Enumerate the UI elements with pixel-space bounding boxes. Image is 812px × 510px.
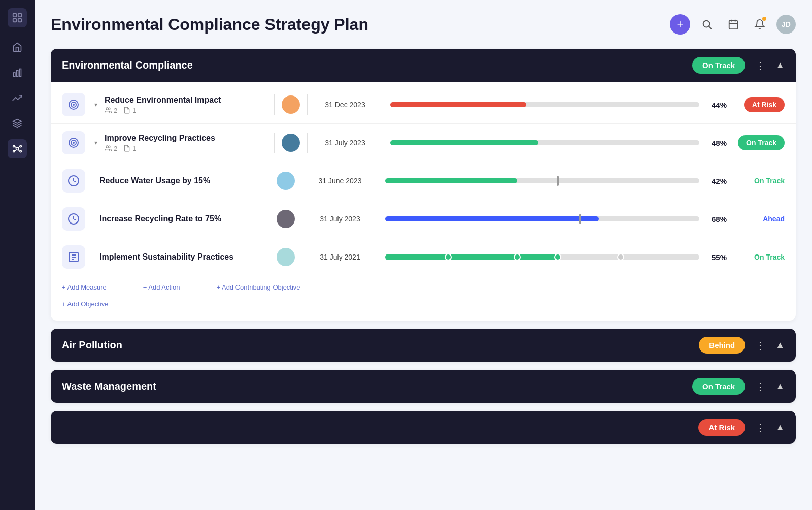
divider	[269, 247, 269, 267]
sidebar-logo[interactable]	[8, 8, 27, 27]
obj-icon-target	[62, 93, 85, 116]
search-button[interactable]	[697, 15, 717, 34]
table-row: Reduce Water Usage by 15% 31 June 2023 4…	[51, 162, 796, 200]
obj1-status-badge: At Risk	[744, 97, 785, 112]
section-header-four: At Risk ⋮ ▲	[51, 411, 796, 444]
notification-button[interactable]	[750, 15, 769, 34]
obj5-status-text: On Track	[754, 253, 785, 261]
obj5-avatar	[277, 248, 295, 266]
obj3-avatar	[277, 172, 295, 190]
add-contributing-link[interactable]: + Add Contributing Objective	[216, 283, 300, 291]
obj2-status: On Track	[734, 138, 785, 147]
section-header-right-env: On Track ⋮ ▲	[692, 57, 785, 74]
obj1-docs: 1	[123, 107, 136, 114]
obj4-fill	[385, 216, 599, 221]
table-row: Increase Recycling Rate to 75% 31 July 2…	[51, 200, 796, 238]
obj1-pct: 44%	[704, 101, 727, 109]
add-links: + Add Measure ———— + Add Action ———— + A…	[51, 276, 796, 295]
svg-point-29	[73, 142, 74, 143]
section-collapse-air[interactable]: ▲	[775, 340, 785, 350]
obj4-avatar	[277, 210, 295, 228]
obj3-progress-area: 42%	[385, 177, 727, 185]
obj5-progress-area: 55%	[385, 253, 727, 262]
obj4-progress-area: 68%	[385, 215, 727, 224]
divider	[302, 171, 302, 191]
obj2-progress-area: 48%	[390, 139, 727, 147]
obj5-info: Implement Sustainability Practices	[99, 252, 262, 262]
obj3-progress-bar	[385, 178, 699, 183]
top-actions: + JD	[670, 14, 796, 35]
section-title-air: Air Pollution	[62, 339, 122, 351]
progress-dot-2	[514, 253, 521, 261]
section-menu-env[interactable]: ⋮	[751, 57, 769, 74]
section-body-env: ▾ Reduce Environmental Impact 2 1	[51, 82, 796, 321]
user-avatar[interactable]: JD	[776, 15, 796, 34]
obj1-contributors: 2	[105, 107, 117, 114]
sidebar	[0, 0, 35, 510]
progress-dot-4	[617, 253, 624, 261]
obj2-fill	[390, 140, 538, 145]
section-status-waste[interactable]: On Track	[692, 378, 745, 395]
obj5-pct: 55%	[704, 253, 727, 262]
section-status-air[interactable]: Behind	[699, 337, 745, 354]
obj4-status-text: Ahead	[763, 215, 785, 223]
obj1-meta: 2 1	[105, 107, 267, 114]
divider	[269, 171, 269, 191]
section-collapse-four[interactable]: ▲	[775, 422, 785, 433]
section-collapse-waste[interactable]: ▲	[775, 381, 785, 392]
section-menu-air[interactable]: ⋮	[751, 337, 769, 354]
section-collapse-env[interactable]: ▲	[775, 60, 785, 71]
obj4-progress-bar	[385, 216, 699, 221]
sidebar-item-home[interactable]	[8, 38, 27, 57]
sidebar-item-layers[interactable]	[8, 114, 27, 133]
add-action-link[interactable]: + Add Action	[143, 283, 180, 291]
section-header-right-waste: On Track ⋮ ▲	[692, 378, 785, 395]
obj3-title: Reduce Water Usage by 15%	[99, 176, 262, 185]
page-title: Environmental Compliance Strategy Plan	[51, 15, 368, 34]
divider	[269, 209, 269, 229]
add-button[interactable]: +	[670, 14, 690, 35]
obj2-title: Improve Recycling Practices	[105, 134, 267, 143]
obj5-fill	[385, 254, 558, 260]
section-menu-waste[interactable]: ⋮	[751, 378, 769, 395]
obj4-marker	[579, 214, 581, 224]
table-row: Implement Sustainability Practices 31 Ju…	[51, 238, 796, 276]
obj4-title: Increase Recycling Rate to 75%	[99, 214, 262, 224]
add-measure-link[interactable]: + Add Measure	[62, 283, 107, 291]
svg-point-25	[73, 104, 74, 105]
obj1-date: 31 Dec 2023	[315, 101, 376, 109]
section-environmental-compliance: Environmental Compliance On Track ⋮ ▲ ▾ …	[51, 49, 796, 321]
obj1-status: At Risk	[734, 100, 785, 109]
sidebar-item-nodes[interactable]	[8, 139, 27, 158]
svg-rect-1	[18, 14, 21, 17]
section-status-env[interactable]: On Track	[692, 57, 745, 74]
top-bar: Environmental Compliance Strategy Plan +	[51, 14, 796, 35]
svg-point-11	[13, 150, 15, 152]
table-row: ▾ Reduce Environmental Impact 2 1	[51, 86, 796, 124]
section-header-right-four: At Risk ⋮ ▲	[698, 419, 785, 436]
sidebar-item-trend[interactable]	[8, 88, 27, 108]
divider	[302, 247, 302, 267]
expand-obj1[interactable]: ▾	[94, 101, 97, 108]
section-waste-management: Waste Management On Track ⋮ ▲	[51, 370, 796, 403]
expand-obj2[interactable]: ▾	[94, 139, 97, 146]
sidebar-item-chart[interactable]	[8, 63, 27, 82]
svg-point-9	[13, 145, 15, 147]
add-objective-link[interactable]: + Add Objective	[62, 300, 108, 308]
section-title-env: Environmental Compliance	[62, 59, 193, 71]
svg-line-16	[18, 150, 20, 151]
divider	[307, 133, 308, 153]
section-status-four[interactable]: At Risk	[698, 419, 745, 436]
obj2-pct: 48%	[704, 139, 727, 147]
divider	[378, 171, 378, 191]
section-air-pollution: Air Pollution Behind ⋮ ▲	[51, 329, 796, 362]
divider	[378, 247, 378, 267]
divider	[302, 209, 302, 229]
obj5-title: Implement Sustainability Practices	[99, 252, 262, 262]
obj4-info: Increase Recycling Rate to 75%	[99, 214, 262, 224]
calendar-button[interactable]	[724, 15, 743, 34]
section-header-air: Air Pollution Behind ⋮ ▲	[51, 329, 796, 362]
obj2-docs: 1	[123, 145, 136, 152]
section-menu-four[interactable]: ⋮	[751, 420, 769, 436]
obj-icon-target2	[62, 131, 85, 154]
